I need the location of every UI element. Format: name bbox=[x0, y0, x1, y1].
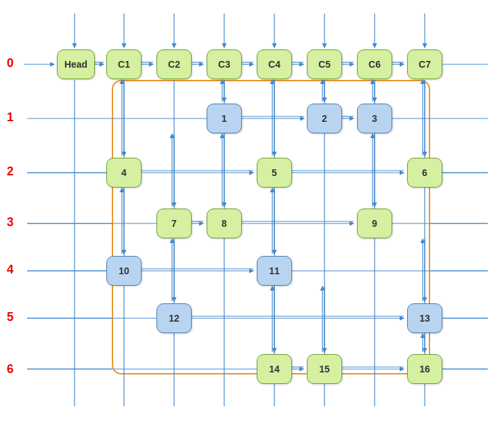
node-13: 13 bbox=[407, 303, 442, 333]
node-6: 6 bbox=[407, 158, 442, 188]
node-c4: C4 bbox=[257, 49, 292, 79]
node-c2: C2 bbox=[156, 49, 192, 79]
node-c5: C5 bbox=[307, 49, 342, 79]
node-14: 14 bbox=[257, 354, 292, 384]
node-c3: C3 bbox=[207, 49, 242, 79]
node-c7: C7 bbox=[407, 49, 442, 79]
diagram: 0 1 2 3 4 5 6 Head C1 C2 C3 C4 C5 C6 C7 … bbox=[0, 0, 504, 432]
node-10: 10 bbox=[106, 256, 142, 286]
node-8: 8 bbox=[207, 209, 242, 238]
node-11: 11 bbox=[257, 256, 292, 286]
node-head: Head bbox=[57, 49, 95, 79]
node-9: 9 bbox=[357, 209, 392, 238]
node-5: 5 bbox=[257, 158, 292, 188]
node-16: 16 bbox=[407, 354, 442, 384]
node-c6: C6 bbox=[357, 49, 392, 79]
node-1: 1 bbox=[207, 104, 242, 133]
node-c1: C1 bbox=[106, 49, 142, 79]
node-3: 3 bbox=[357, 104, 392, 133]
node-7: 7 bbox=[156, 209, 192, 238]
node-4: 4 bbox=[106, 158, 142, 188]
node-15: 15 bbox=[307, 354, 342, 384]
node-2: 2 bbox=[307, 104, 342, 133]
node-12: 12 bbox=[156, 303, 192, 333]
